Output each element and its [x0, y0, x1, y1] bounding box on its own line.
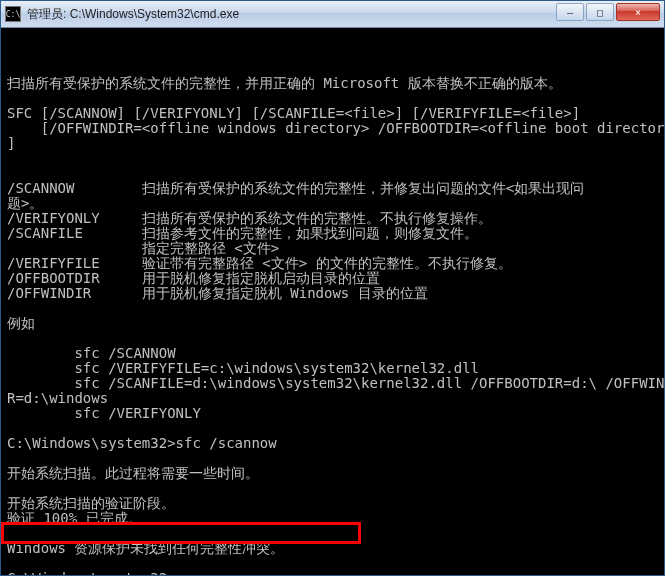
console-line: Windows 资源保护未找到任何完整性冲突。: [7, 541, 660, 556]
console-line: sfc /VERIFYONLY: [7, 406, 660, 421]
console-line: [7, 91, 660, 106]
console-line: R=d:\windows: [7, 391, 660, 406]
console-line: C:\Windows\system32>sfc /scannow: [7, 436, 660, 451]
window-controls: — □ ×: [556, 3, 660, 21]
minimize-button[interactable]: —: [556, 3, 584, 21]
console-line: /SCANFILE 扫描参考文件的完整性，如果找到问题，则修复文件。: [7, 226, 660, 241]
console-line: [7, 451, 660, 466]
console-line: /VERIFYFILE 验证带有完整路径 <文件> 的文件的完整性。不执行修复。: [7, 256, 660, 271]
console-line: 扫描所有受保护的系统文件的完整性，并用正确的 Microsoft 版本替换不正确…: [7, 76, 660, 91]
console-output[interactable]: 扫描所有受保护的系统文件的完整性，并用正确的 Microsoft 版本替换不正确…: [1, 28, 664, 575]
console-line: [7, 301, 660, 316]
console-line: 开始系统扫描。此过程将需要一些时间。: [7, 466, 660, 481]
console-line: sfc /SCANFILE=d:\windows\system32\kernel…: [7, 376, 660, 391]
window-title: 管理员: C:\Windows\System32\cmd.exe: [27, 6, 239, 23]
console-line: [/OFFWINDIR=<offline windows directory> …: [7, 121, 660, 136]
console-line: 验证 100% 已完成。: [7, 511, 660, 526]
console-line: /VERIFYONLY 扫描所有受保护的系统文件的完整性。不执行修复操作。: [7, 211, 660, 226]
console-line: [7, 421, 660, 436]
console-line: 题>。: [7, 196, 660, 211]
console-line: [7, 481, 660, 496]
close-button[interactable]: ×: [616, 3, 660, 21]
console-line: C:\Windows\system32>: [7, 571, 660, 575]
app-icon: C:\: [5, 6, 21, 22]
cmd-window: C:\ 管理员: C:\Windows\System32\cmd.exe — □…: [0, 0, 665, 576]
console-line: 开始系统扫描的验证阶段。: [7, 496, 660, 511]
console-line: 指定完整路径 <文件>: [7, 241, 660, 256]
console-line: [7, 166, 660, 181]
console-line: 例如: [7, 316, 660, 331]
console-line: ]: [7, 136, 660, 151]
console-line: [7, 526, 660, 541]
console-line: [7, 556, 660, 571]
console-line: [7, 151, 660, 166]
console-line: [7, 331, 660, 346]
console-line: /SCANNOW 扫描所有受保护的系统文件的完整性，并修复出问题的文件<如果出现…: [7, 181, 660, 196]
console-line: /OFFBOOTDIR 用于脱机修复指定脱机启动目录的位置: [7, 271, 660, 286]
console-line: SFC [/SCANNOW] [/VERIFYONLY] [/SCANFILE=…: [7, 106, 660, 121]
console-line: sfc /VERIFYFILE=c:\windows\system32\kern…: [7, 361, 660, 376]
titlebar[interactable]: C:\ 管理员: C:\Windows\System32\cmd.exe — □…: [1, 1, 664, 28]
console-line: /OFFWINDIR 用于脱机修复指定脱机 Windows 目录的位置: [7, 286, 660, 301]
maximize-button[interactable]: □: [586, 3, 614, 21]
console-line: sfc /SCANNOW: [7, 346, 660, 361]
